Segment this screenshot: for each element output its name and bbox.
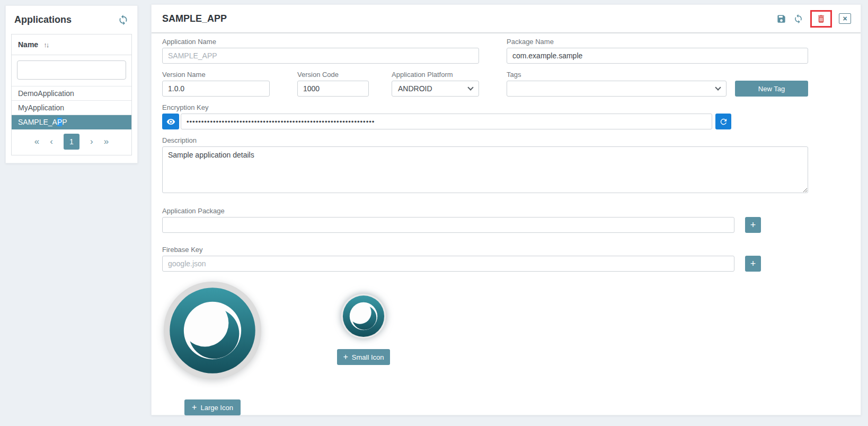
plus-icon: + [343,352,348,362]
version-code-input[interactable] [297,81,369,97]
new-tag-button[interactable]: New Tag [735,81,808,97]
pagination-last-button[interactable]: » [104,134,109,150]
refresh-icon [793,14,803,24]
description-textarea[interactable]: Sample application details [162,146,808,193]
detail-form: Application Name Package Name Version Na… [152,33,861,415]
annotation-highlight-box [810,10,832,28]
pagination-first-button[interactable]: « [34,134,39,150]
large-app-icon-image [162,280,263,381]
plus-icon: + [192,403,197,412]
application-package-label: Application Package [162,207,850,215]
reload-button[interactable] [793,14,803,24]
applications-panel: Applications Name ↑↓ DemoApplication MyA… [5,5,138,163]
save-button[interactable] [776,14,786,24]
application-package-input[interactable] [162,217,734,233]
list-item[interactable]: MyApplication [12,101,131,115]
text-caret-highlight: P [57,118,62,126]
pagination: « ‹ 1 › » [12,129,131,155]
application-platform-select[interactable]: ANDROID [392,81,479,97]
version-name-label: Version Name [162,71,270,79]
page-title: SAMPLE_APP [162,13,227,24]
list-item-selected[interactable]: SAMPLE_APP [12,115,131,129]
list-item[interactable]: DemoApplication [12,86,131,101]
sort-icon[interactable]: ↑↓ [43,41,48,49]
applications-table: Name ↑↓ DemoApplication MyApplication SA… [11,34,132,155]
large-icon-button-label: Large Icon [200,404,233,412]
encryption-key-label: Encryption Key [162,103,850,111]
tags-label: Tags [507,71,727,79]
firebase-key-label: Firebase Key [162,246,850,254]
app-icons-section: + Large Icon [162,280,850,415]
pagination-prev-button[interactable]: ‹ [50,134,53,150]
upload-large-icon-button[interactable]: + Large Icon [184,399,241,415]
detail-header: SAMPLE_APP [152,5,861,33]
add-application-package-button[interactable]: + [745,217,761,233]
applications-table-header: Name ↑↓ [12,34,131,55]
add-firebase-key-button[interactable]: + [745,256,761,272]
small-icon-button-label: Small Icon [352,353,384,361]
chevron-down-icon [467,84,473,90]
pagination-next-button[interactable]: › [90,134,93,150]
pagination-page-1-button[interactable]: 1 [64,134,79,150]
applications-refresh-button[interactable] [118,14,129,25]
application-platform-label: Application Platform [392,71,479,79]
show-key-button[interactable] [162,114,179,129]
description-label: Description [162,136,850,144]
applications-title: Applications [14,14,72,25]
package-name-input[interactable] [507,48,808,64]
upload-small-icon-button[interactable]: + Small Icon [337,349,389,365]
applications-panel-header: Applications [11,12,132,27]
small-app-icon-image [339,292,388,341]
redo-icon [719,117,728,126]
encryption-key-input[interactable] [181,114,712,129]
close-icon: × [843,14,847,23]
name-filter-input[interactable] [17,60,126,80]
detail-toolbar: × [776,10,851,28]
trash-icon [816,14,826,24]
plus-icon: + [750,220,756,230]
firebase-key-input[interactable] [162,256,734,272]
version-name-input[interactable] [162,81,270,97]
page: Applications Name ↑↓ DemoApplication MyA… [0,0,868,426]
filter-row [12,55,131,86]
selected-row-text: P [62,118,67,126]
regenerate-key-button[interactable] [715,114,731,129]
package-name-label: Package Name [507,38,808,46]
refresh-icon [118,14,129,25]
chevron-down-icon [715,84,721,90]
application-name-label: Application Name [162,38,479,46]
version-code-label: Version Code [297,71,369,79]
application-name-input[interactable] [162,48,479,64]
plus-icon: + [750,258,756,269]
application-platform-value: ANDROID [398,84,432,93]
save-icon [776,14,786,24]
tags-select[interactable] [507,81,727,97]
name-column-header[interactable]: Name [18,40,38,49]
delete-button[interactable] [816,14,826,24]
application-detail-panel: SAMPLE_APP [151,4,861,415]
eye-icon [166,117,175,126]
selected-row-text: SAMPLE_A [18,118,57,126]
close-button[interactable]: × [839,13,851,24]
